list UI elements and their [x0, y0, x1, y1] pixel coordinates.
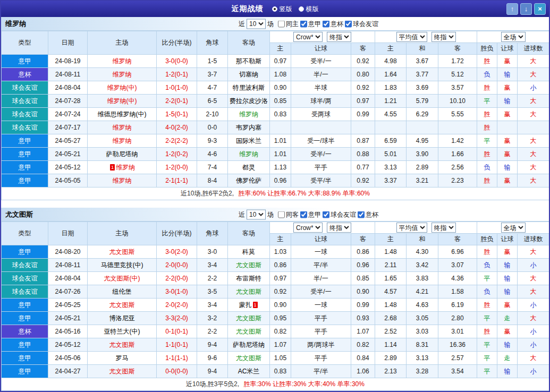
score-cell[interactable]: 1-2(0-1) — [157, 68, 197, 81]
home-team-cell[interactable]: 维罗纳 — [88, 134, 157, 148]
home-team-cell[interactable]: 维德思维罗纳(中) — [88, 108, 157, 121]
league-filter-checkbox[interactable]: 球会友谊 — [343, 19, 378, 28]
away-team-cell[interactable]: 尤文图斯 — [228, 259, 270, 272]
league-filter-checkbox[interactable]: 意甲 — [299, 19, 321, 28]
score-cell[interactable]: 2-2(0-0) — [157, 272, 197, 285]
league-checkbox-input[interactable] — [300, 20, 307, 27]
away-team-cell[interactable]: 科莫 — [228, 245, 270, 259]
home-team-cell[interactable]: 维罗纳 — [88, 121, 157, 134]
home-team-cell[interactable]: 尤文图斯 — [88, 365, 157, 378]
euro-away-odds-cell: 3.57 — [438, 81, 477, 95]
same-venue-checkbox[interactable]: 同主 — [275, 19, 299, 28]
same-venue-checkbox-input[interactable] — [278, 211, 285, 218]
score-cell[interactable]: 3-3(2-0) — [157, 312, 197, 325]
league-filter-checkbox[interactable]: 球会友谊 — [321, 210, 356, 219]
league-checkbox-input[interactable] — [323, 20, 329, 27]
home-team-cell[interactable]: 亚特兰大(中) — [88, 325, 157, 338]
league-checkbox-input[interactable] — [323, 211, 329, 218]
asia-odds-time-select[interactable]: 终指 — [327, 223, 351, 233]
league-checkbox-input[interactable] — [300, 211, 307, 218]
score-cell[interactable]: 3-0(2-0) — [157, 245, 197, 259]
score-cell[interactable]: 1-2(0-0) — [157, 161, 197, 174]
score-cell[interactable]: 2-1(1-1) — [157, 174, 197, 188]
away-team-cell[interactable]: AC米兰 — [228, 365, 270, 378]
away-team-cell[interactable]: 布雷斯特 — [228, 272, 270, 285]
league-filter-checkbox[interactable]: 意甲 — [299, 210, 321, 219]
away-team-cell[interactable]: 尤文图斯 — [228, 352, 270, 365]
home-team-cell[interactable]: 罗马 — [88, 352, 157, 365]
asia-odds-source-select[interactable]: Crow* — [293, 32, 323, 42]
corner-cell: 9-3 — [197, 134, 228, 148]
match-row: 意甲24-05-21博洛尼亚3-3(2-0)3-2尤文图斯0.95平手0.932… — [2, 312, 549, 325]
away-team-cell[interactable]: 维罗纳 — [228, 148, 270, 161]
away-team-cell[interactable]: 尤文图斯 — [228, 285, 270, 299]
radio-vertical-layout[interactable]: 竖版 — [272, 5, 292, 14]
home-team-cell[interactable]: 维罗纳 — [88, 174, 157, 188]
league-checkbox-input[interactable] — [345, 20, 352, 27]
scope-select[interactable]: 全场 — [501, 223, 526, 233]
home-team-cell[interactable]: 维罗纳 — [88, 55, 157, 68]
score-cell[interactable]: 0-0(0-0) — [157, 365, 197, 378]
score-cell[interactable]: 0-1(0-1) — [157, 325, 197, 338]
away-team-cell[interactable]: 维罗纳 — [228, 108, 270, 121]
radio-horizontal-layout[interactable]: 横版 — [299, 5, 319, 14]
scope-select[interactable]: 全场 — [501, 32, 526, 42]
home-team-cell[interactable]: 尤文图斯 — [88, 245, 157, 259]
same-venue-checkbox-input[interactable] — [278, 20, 285, 27]
euro-odds-time-select[interactable]: 终指 — [431, 223, 456, 233]
home-team-cell[interactable]: 尤文图斯 — [88, 299, 157, 312]
match-type-cell: 意甲 — [2, 352, 48, 365]
away-team-cell[interactable]: 都灵 — [228, 161, 270, 174]
home-team-cell[interactable]: 博洛尼亚 — [88, 312, 157, 325]
close-button[interactable]: × — [534, 3, 546, 15]
home-team-cell[interactable]: 尤文图斯(中) — [88, 272, 157, 285]
move-up-button[interactable]: ↑ — [506, 3, 518, 15]
score-cell[interactable]: 2-2(2-2) — [157, 134, 197, 148]
score-cell[interactable]: 3-0(1-0) — [157, 285, 197, 299]
games-count-select[interactable]: 10 — [247, 19, 266, 29]
games-count-select[interactable]: 10 — [247, 209, 266, 219]
move-down-button[interactable]: ↓ — [520, 3, 532, 15]
euro-odds-source-select[interactable]: 平均值 — [396, 32, 427, 42]
away-team-cell[interactable]: 佛罗伦萨 — [228, 174, 270, 188]
home-team-cell[interactable]: 维罗纳(中) — [88, 81, 157, 95]
score-cell[interactable]: 3-0(0-0) — [157, 55, 197, 68]
home-team-cell[interactable]: 马德里竞技(中) — [88, 259, 157, 272]
league-checkbox-input[interactable] — [358, 211, 365, 218]
away-team-cell[interactable]: 国际米兰 — [228, 134, 270, 148]
away-team-cell[interactable]: 萨勒尼塔纳 — [228, 338, 270, 352]
score-cell[interactable]: 1-1(1-1) — [157, 352, 197, 365]
away-team-cell[interactable]: 特里波利斯 — [228, 81, 270, 95]
away-team-cell[interactable]: 费拉尔皮沙洛 — [228, 95, 270, 108]
away-team-cell[interactable]: 那不勒斯 — [228, 55, 270, 68]
home-team-cell[interactable]: 维罗纳(中) — [88, 95, 157, 108]
home-team-cell[interactable]: 尤文图斯 — [88, 338, 157, 352]
away-team-cell[interactable]: 尤文图斯 — [228, 325, 270, 338]
league-filter-checkbox[interactable]: 意杯 — [356, 210, 378, 219]
euro-away-odds-cell: 5.55 — [438, 108, 477, 121]
away-team-cell[interactable]: 蒙扎1 — [228, 299, 270, 312]
euro-odds-time-select[interactable]: 终指 — [431, 32, 456, 42]
away-team-cell[interactable]: 韦罗内塞 — [228, 121, 270, 134]
asia-odds-time-select[interactable]: 终指 — [327, 32, 351, 42]
score-cell[interactable]: 1-2(0-2) — [157, 148, 197, 161]
away-team-cell[interactable]: 尤文图斯 — [228, 312, 270, 325]
score-cell[interactable]: 2-0(0-0) — [157, 259, 197, 272]
home-team-cell[interactable]: 萨勒尼塔纳 — [88, 148, 157, 161]
home-team-cell[interactable]: 维罗纳 — [88, 68, 157, 81]
score-cell[interactable]: 1-0(1-0) — [157, 81, 197, 95]
away-team-cell[interactable]: 切塞纳 — [228, 68, 270, 81]
score-cell[interactable]: 1-1(0-1) — [157, 338, 197, 352]
score-cell[interactable]: 1-5(0-1) — [157, 108, 197, 121]
league-filter-checkbox[interactable]: 意杯 — [321, 19, 343, 28]
column-header-euro-draw: 和 — [407, 234, 438, 245]
score-cell[interactable]: 2-0(2-0) — [157, 299, 197, 312]
same-venue-checkbox[interactable]: 同客 — [275, 210, 299, 219]
score-cell[interactable]: 2-2(0-1) — [157, 95, 197, 108]
asia-odds-source-select[interactable]: Crow* — [293, 223, 323, 233]
handicap-result-cell: 赢 — [497, 148, 518, 161]
euro-odds-source-select[interactable]: 平均值 — [396, 223, 427, 233]
score-cell[interactable]: 4-0(2-0) — [157, 121, 197, 134]
home-team-cell[interactable]: 纽伦堡 — [88, 285, 157, 299]
home-team-cell[interactable]: 1维罗纳 — [88, 161, 157, 174]
